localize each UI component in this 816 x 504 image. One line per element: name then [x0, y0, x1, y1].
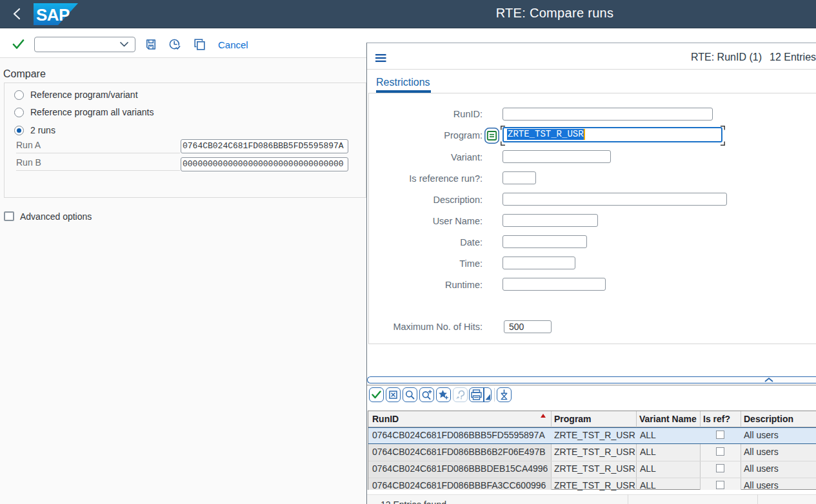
svg-text:SAP: SAP [36, 5, 70, 24]
